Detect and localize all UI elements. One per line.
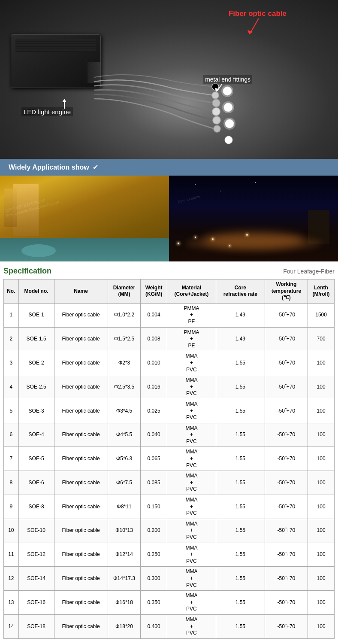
cell-core-rate: 1.55	[216, 447, 265, 471]
cell-length: 100	[308, 591, 335, 615]
cell-name: Fiber optic cable	[54, 423, 108, 447]
cell-length: 100	[308, 543, 335, 567]
cell-no: 14	[4, 614, 19, 638]
specification-section: Specification Four Leafage-Fiber No. Mod…	[0, 261, 338, 639]
cell-material: MMA+PVC	[167, 399, 216, 423]
fiber-arrow-svg	[246, 16, 272, 38]
cell-length: 100	[308, 423, 335, 447]
hero-section: Fiber optic cable metal end fittings LED…	[0, 0, 338, 159]
cell-length: 1500	[308, 303, 335, 327]
svg-point-2	[212, 99, 220, 107]
table-row: 7 SOE-5 Fiber optic cable Φ5*6.3 0.065 M…	[4, 447, 335, 471]
cell-model: SOE-5	[18, 447, 54, 471]
cell-material: MMA+PVC	[167, 423, 216, 447]
cell-diameter: Φ8*11	[108, 495, 141, 519]
spec-table: No. Model no. Name Diameter(MM) Weight(K…	[3, 279, 335, 639]
cell-name: Fiber optic cable	[54, 591, 108, 615]
cell-name: Fiber optic cable	[54, 471, 108, 495]
cell-temp: -50˜+70	[265, 591, 308, 615]
cell-weight: 0.004	[141, 303, 167, 327]
cell-weight: 0.040	[141, 423, 167, 447]
cell-material: MMA+PVC	[167, 447, 216, 471]
cell-temp: -50˜+70	[265, 375, 308, 399]
cell-model: SOE-1	[18, 303, 54, 327]
cell-weight: 0.010	[141, 351, 167, 375]
cell-diameter: Φ18*20	[108, 614, 141, 638]
cell-name: Fiber optic cable	[54, 327, 108, 351]
spec-brand: Four Leafage-Fiber	[283, 268, 335, 275]
cell-no: 5	[4, 399, 19, 423]
cell-no: 1	[4, 303, 19, 327]
table-row: 5 SOE-3 Fiber optic cable Φ3*4.5 0.025 M…	[4, 399, 335, 423]
col-name: Name	[54, 279, 108, 304]
col-model: Model no.	[18, 279, 54, 304]
cell-model: SOE-4	[18, 423, 54, 447]
cell-no: 7	[4, 447, 19, 471]
svg-point-10	[225, 136, 232, 144]
cell-model: SOE-2	[18, 351, 54, 375]
cell-temp: -50˜+70	[265, 614, 308, 638]
cell-diameter: Φ4*5.5	[108, 423, 141, 447]
cell-diameter: Φ10*13	[108, 519, 141, 543]
app-show-icon: ✔	[93, 163, 98, 171]
svg-point-5	[214, 125, 220, 132]
cell-length: 100	[308, 447, 335, 471]
product-box	[11, 34, 101, 88]
svg-point-12	[222, 101, 234, 113]
cell-diameter: Φ6*7.5	[108, 471, 141, 495]
spec-header: Specification Four Leafage-Fiber	[3, 267, 335, 276]
cell-material: MMA+PVC	[167, 567, 216, 591]
app-image-right: Four Leafage	[169, 176, 338, 261]
cell-material: MMA+PVC	[167, 543, 216, 567]
cell-model: SOE-1.5	[18, 327, 54, 351]
cell-no: 6	[4, 423, 19, 447]
cell-temp: -50˜+70	[265, 327, 308, 351]
cell-diameter: Φ1.5*2.5	[108, 327, 141, 351]
app-images-container: 深圳市四叶光纤有限公司Four Leafage Shenzhen Co.,Ltd…	[0, 176, 338, 261]
cell-length: 100	[308, 567, 335, 591]
cell-temp: -50˜+70	[265, 423, 308, 447]
cell-weight: 0.400	[141, 614, 167, 638]
cell-diameter: Φ2.5*3.5	[108, 375, 141, 399]
cell-no: 11	[4, 543, 19, 567]
cell-core-rate: 1.55	[216, 351, 265, 375]
engine-arrow-svg	[58, 98, 71, 111]
col-weight: Weight(KG/M)	[141, 279, 167, 304]
cell-material: MMA+PVC	[167, 351, 216, 375]
cell-name: Fiber optic cable	[54, 447, 108, 471]
cell-diameter: Φ2*3	[108, 351, 141, 375]
cell-core-rate: 1.55	[216, 519, 265, 543]
cell-no: 2	[4, 327, 19, 351]
cell-core-rate: 1.55	[216, 471, 265, 495]
table-row: 3 SOE-2 Fiber optic cable Φ2*3 0.010 MMA…	[4, 351, 335, 375]
cell-material: PMMA+PE	[167, 327, 216, 351]
svg-point-13	[223, 118, 235, 130]
table-row: 10 SOE-10 Fiber optic cable Φ10*13 0.200…	[4, 519, 335, 543]
col-core-rate: Corerefractive rate	[216, 279, 265, 304]
cell-model: SOE-6	[18, 471, 54, 495]
cell-name: Fiber optic cable	[54, 543, 108, 567]
fittings-arrow-svg	[214, 82, 231, 94]
cell-weight: 0.008	[141, 327, 167, 351]
svg-marker-19	[62, 99, 66, 102]
cell-temp: -50˜+70	[265, 471, 308, 495]
cell-temp: -50˜+70	[265, 303, 308, 327]
cell-weight: 0.065	[141, 447, 167, 471]
cell-diameter: Φ16*18	[108, 591, 141, 615]
cell-model: SOE-2.5	[18, 375, 54, 399]
cell-core-rate: 1.55	[216, 591, 265, 615]
cell-model: SOE-3	[18, 399, 54, 423]
table-row: 9 SOE-8 Fiber optic cable Φ8*11 0.150 MM…	[4, 495, 335, 519]
app-image-left: 深圳市四叶光纤有限公司Four Leafage Shenzhen Co.,Ltd	[0, 176, 169, 261]
cell-weight: 0.300	[141, 567, 167, 591]
svg-line-14	[250, 18, 259, 33]
cell-model: SOE-12	[18, 543, 54, 567]
cell-diameter: Φ5*6.3	[108, 447, 141, 471]
cell-temp: -50˜+70	[265, 567, 308, 591]
col-temp: Workingtemperature(℃)	[265, 279, 308, 304]
cell-no: 4	[4, 375, 19, 399]
cell-length: 100	[308, 375, 335, 399]
cell-length: 100	[308, 471, 335, 495]
cell-temp: -50˜+70	[265, 399, 308, 423]
cell-no: 13	[4, 591, 19, 615]
